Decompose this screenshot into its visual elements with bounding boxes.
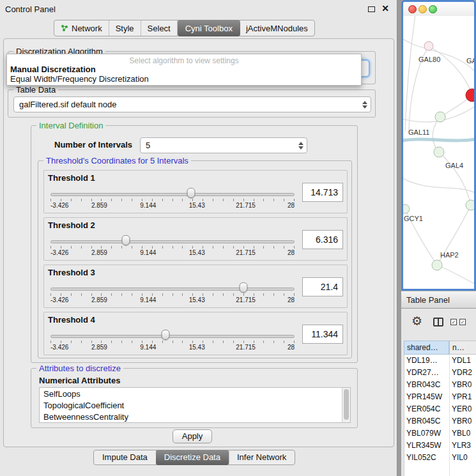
table-row[interactable]: YBL079WYBL0 [404,427,476,440]
group-title: Attributes to discretize [36,364,123,373]
node-label-gal11: GAL11 [408,128,429,136]
tick-label: 2.859 [91,249,107,256]
tab-discretize-data[interactable]: Discretize Data [156,450,229,465]
table-cell: YLR3 [449,440,471,452]
table-row[interactable]: YLR345WYLR3 [404,440,476,452]
table-row[interactable]: YIL052CYIL0 [404,452,476,464]
node[interactable] [434,147,444,157]
apply-button[interactable]: Apply [173,429,212,443]
threshold-1-value-field[interactable]: 14.713 [302,183,343,202]
attributes-to-discretize-group: Attributes to discretize Numerical Attri… [31,368,358,428]
thresholds-coordinates-group: Threshold's Coordinates for 5 Intervals … [38,160,352,358]
table-cell: YDR27… [404,367,449,379]
numerical-attributes-list[interactable]: SelfLoopsTopologicalCoefficientBetweenne… [39,387,351,423]
number-of-intervals-combobox[interactable]: 5 [140,137,307,153]
table-cell: YBR043C [404,379,449,391]
table-cell: YER0 [449,403,472,415]
control-panel-titlebar: Control Panel ✕ [0,0,397,18]
close-icon[interactable]: ✕ [381,3,389,13]
node[interactable] [466,200,474,210]
tab-network[interactable]: Network [54,20,109,36]
columns-icon[interactable] [433,318,443,326]
float-window-icon[interactable] [368,6,375,12]
threshold-1-slider[interactable]: -3.4262.8599.14415.4321.71528 [50,186,295,211]
column-header-shared-name[interactable]: shared… [404,341,449,355]
network-graph: GAL80 GA GAL11 GAL4 GCY1 HAP2 [403,16,474,291]
column-header-name[interactable]: n… [449,341,476,355]
combobox-value: 5 [146,138,150,153]
node-pink[interactable] [424,42,433,50]
table-row[interactable]: YDR27…YDR2 [404,367,476,379]
close-traffic-light[interactable] [408,5,417,13]
group-title: Table Data [13,85,58,95]
group-title: Interval Definition [36,121,105,130]
threshold-label: Threshold 2 [48,220,95,230]
tick-label: 21.715 [236,344,256,351]
window-title: Control Panel [5,4,56,14]
table-panel-header[interactable]: Table Panel [401,291,476,309]
slider-thumb[interactable] [122,235,130,245]
table-row[interactable]: YDL19…YDL1 [404,355,476,367]
select-checkbox-icon[interactable]: ✓ [450,319,457,325]
node[interactable] [432,260,442,270]
slider-thumb[interactable] [239,282,247,293]
slider-track[interactable] [50,288,295,291]
tab-cyni-toolbox[interactable]: Cyni Toolbox [178,20,240,36]
tick-label: 21.715 [236,296,256,303]
network-canvas[interactable]: GAL80 GA GAL11 GAL4 GCY1 HAP2 [403,16,474,291]
table-panel-title: Table Panel [406,291,450,309]
table-data-group: Table Data galFiltered.sif default node [8,89,376,118]
threshold-4-slider[interactable]: -3.4262.8599.14415.4321.71528 [50,328,295,353]
threshold-4-value-field[interactable]: 11.344 [302,325,343,344]
table-row[interactable]: YBR043CYBR0 [404,379,476,391]
table-cell: YBR0 [449,379,472,391]
combobox-value: galFiltered.sif default node [19,97,116,112]
minimize-traffic-light[interactable] [418,5,427,13]
tick-label: -3.426 [50,296,68,303]
select-checkbox-icon[interactable]: ✓ [459,319,466,325]
list-scrollbar[interactable] [342,388,350,422]
table-cell: YDL19… [404,355,449,367]
slider-thumb[interactable] [187,188,196,198]
tab-infer-network[interactable]: Infer Network [229,450,295,464]
dropdown-option-equal-width[interactable]: Equal Width/Frequency Discretization [7,74,361,84]
table-row[interactable]: YER054CYER0 [404,403,476,415]
threshold-3-slider[interactable]: -3.4262.8599.14415.4321.71528 [50,280,295,306]
gear-icon[interactable]: ⚙ [411,315,422,327]
list-item[interactable]: SelfLoops [40,388,350,399]
network-view-window: GAL80 GA GAL11 GAL4 GCY1 HAP2 [401,0,476,291]
table-data-combobox[interactable]: galFiltered.sif default node [13,96,371,112]
table-row[interactable]: YBR045CYBR0 [404,415,476,427]
slider-track[interactable] [50,335,295,338]
node-label-hap2: HAP2 [440,251,459,259]
node-table-window: ⚙ ✓ ✓ shared… n… YDL19…YDL1YDR27…YDR2YBR… [401,309,476,476]
tick-label: 15.43 [189,202,205,209]
slider-tickmarks [50,199,295,201]
dropdown-option-manual[interactable]: Manual Discretization [7,65,361,74]
zoom-traffic-light[interactable] [429,5,437,13]
list-item[interactable]: BetweennessCentrality [40,411,350,422]
network-window-titlebar [403,2,474,16]
tab-style[interactable]: Style [109,20,141,36]
tab-jactivemnodules[interactable]: jActiveMNodules [240,20,314,36]
tab-impute-data[interactable]: Impute Data [94,450,157,464]
threshold-2-value-field[interactable]: 6.316 [302,230,343,249]
tick-label: 9.144 [140,202,156,209]
tick-label: 28 [288,249,295,256]
threshold-2-slider[interactable]: -3.4262.8599.14415.4321.71528 [50,233,295,259]
tick-label: 15.43 [189,249,205,256]
table-cell: YLR345W [404,440,449,452]
node-table-body[interactable]: YDL19…YDL1YDR27…YDR2YBR043CYBR0YPR145WYP… [404,355,476,476]
tab-select[interactable]: Select [141,20,178,36]
table-row[interactable]: YPR145WYPR1 [404,391,476,403]
node[interactable] [403,204,410,213]
slider-track[interactable] [50,193,295,196]
slider-thumb[interactable] [161,330,169,340]
algorithm-dropdown-popup: Select algorithm to view settings Manual… [6,54,362,86]
list-item[interactable]: TopologicalCoefficient [40,399,350,411]
threshold-3-value-field[interactable]: 21.4 [302,277,343,296]
slider-track[interactable] [50,240,295,243]
scrollbar-thumb[interactable] [344,389,349,420]
node[interactable] [435,112,445,122]
threshold-1-panel: Threshold 1 -3.4262.8599.14415.4321.7152… [43,170,348,213]
